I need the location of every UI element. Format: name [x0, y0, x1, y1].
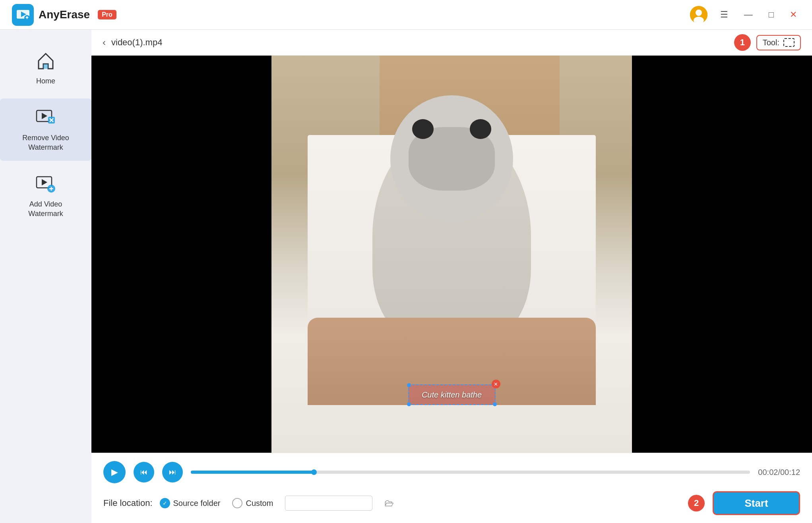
- content-area: ‹ video(1).mp4 1 Tool:: [91, 30, 812, 523]
- logo-icon: [12, 4, 34, 26]
- remove-video-watermark-icon: [35, 107, 56, 129]
- custom-option[interactable]: Custom: [232, 498, 273, 508]
- tool-label: Tool:: [763, 38, 779, 47]
- resize-handle-br[interactable]: [493, 402, 497, 406]
- rewind-button[interactable]: ⏮: [134, 462, 154, 482]
- file-name: video(1).mp4: [111, 37, 729, 48]
- svg-rect-6: [43, 64, 48, 69]
- svg-point-4: [696, 10, 702, 16]
- watermark-close-button[interactable]: ✕: [492, 380, 500, 388]
- source-folder-label: Source folder: [173, 499, 221, 508]
- source-folder-option[interactable]: ✓ Source folder: [160, 498, 221, 508]
- file-location-row: File location: ✓ Source folder Custom: [103, 491, 800, 515]
- custom-radio[interactable]: [232, 498, 242, 508]
- forward-button[interactable]: ⏭: [162, 462, 183, 482]
- tool-button[interactable]: Tool:: [756, 35, 801, 50]
- main-layout: Home Remove Video Watermark: [0, 30, 812, 523]
- back-button[interactable]: ‹: [103, 37, 106, 48]
- forward-icon: ⏭: [169, 468, 176, 477]
- sidebar-item-remove-label: Remove Video Watermark: [22, 133, 69, 152]
- play-button[interactable]: ▶: [103, 461, 126, 483]
- minimize-button[interactable]: —: [741, 8, 756, 21]
- start-btn-area: 2 Start: [688, 491, 800, 515]
- custom-label: Custom: [246, 499, 273, 508]
- titlebar: AnyErase Pro ☰ — □ ✕: [0, 0, 812, 30]
- radio-group: ✓ Source folder Custom 🗁: [160, 496, 394, 511]
- watermark-text: Cute kitten bathe: [422, 390, 482, 399]
- app-logo: AnyErase Pro: [12, 4, 116, 26]
- start-label: Start: [744, 497, 768, 509]
- video-background: ✕ Cute kitten bathe: [91, 56, 812, 453]
- rect-select-icon: [783, 38, 795, 47]
- menu-button[interactable]: ☰: [717, 8, 731, 21]
- add-video-watermark-icon: [35, 174, 56, 196]
- progress-fill: [191, 471, 314, 474]
- progress-bar[interactable]: [191, 471, 750, 474]
- topbar: ‹ video(1).mp4 1 Tool:: [91, 30, 812, 56]
- video-frame[interactable]: ✕ Cute kitten bathe: [271, 56, 632, 453]
- svg-marker-11: [42, 179, 47, 185]
- svg-marker-8: [42, 113, 47, 119]
- sidebar-item-remove-video-watermark[interactable]: Remove Video Watermark: [0, 98, 91, 161]
- playback-row: ▶ ⏮ ⏭ 00:02/00:12: [103, 461, 800, 483]
- sidebar-item-add-video-watermark[interactable]: Add Video Watermark: [0, 165, 91, 227]
- resize-handle-tl[interactable]: [407, 383, 411, 387]
- sidebar-item-home-label: Home: [36, 77, 55, 86]
- sidebar-item-home[interactable]: Home: [0, 42, 91, 95]
- maximize-button[interactable]: □: [765, 8, 777, 21]
- step2-badge: 2: [688, 495, 705, 511]
- custom-path-input[interactable]: [285, 496, 372, 511]
- video-area: ✕ Cute kitten bathe: [91, 56, 812, 453]
- rewind-icon: ⏮: [140, 468, 148, 477]
- source-folder-radio[interactable]: ✓: [160, 498, 170, 508]
- sidebar-item-add-label: Add Video Watermark: [28, 200, 63, 218]
- user-avatar[interactable]: [690, 6, 707, 23]
- folder-icon[interactable]: 🗁: [384, 498, 394, 509]
- play-icon: ▶: [111, 467, 118, 477]
- file-location-label: File location:: [103, 498, 153, 508]
- resize-handle-bl[interactable]: [407, 402, 411, 406]
- check-icon: ✓: [163, 500, 167, 506]
- controls-area: ▶ ⏮ ⏭ 00:02/00:12 File location:: [91, 453, 812, 523]
- pro-badge: Pro: [98, 10, 116, 19]
- sidebar: Home Remove Video Watermark: [0, 30, 91, 523]
- home-icon: [35, 50, 56, 73]
- watermark-selection-box[interactable]: ✕ Cute kitten bathe: [408, 384, 496, 405]
- close-button[interactable]: ✕: [787, 8, 800, 21]
- titlebar-controls: ☰ — □ ✕: [690, 6, 800, 23]
- step1-badge: 1: [734, 34, 751, 51]
- app-name: AnyErase: [39, 8, 90, 21]
- progress-thumb[interactable]: [311, 469, 317, 475]
- time-display: 00:02/00:12: [758, 468, 800, 477]
- start-button[interactable]: Start: [713, 491, 800, 515]
